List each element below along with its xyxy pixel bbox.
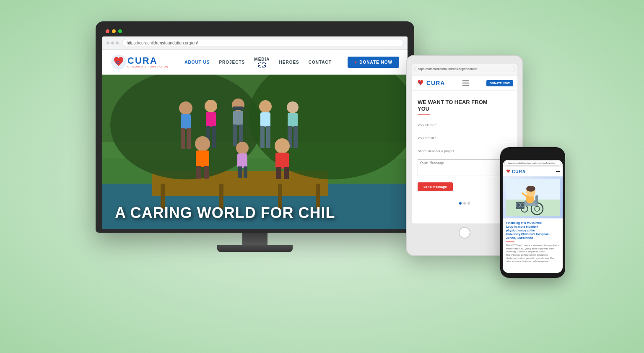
svg-point-57 bbox=[526, 186, 535, 192]
b-dot-3 bbox=[116, 42, 119, 44]
svg-point-30 bbox=[287, 101, 299, 113]
b-dot-1 bbox=[106, 42, 109, 44]
phone-hero-image bbox=[503, 176, 563, 218]
svg-rect-44 bbox=[238, 166, 242, 178]
monitor-stand bbox=[96, 233, 414, 252]
tablet-logo-area: C CURA bbox=[416, 78, 445, 88]
browser-window-controls bbox=[106, 42, 119, 44]
svg-rect-39 bbox=[275, 153, 289, 169]
logo-container: C CURA CHILDREN'S FOUNDATION bbox=[111, 54, 169, 70]
monitor-camera-bar bbox=[102, 28, 408, 34]
donate-label: DONATE NOW bbox=[359, 60, 392, 65]
svg-rect-27 bbox=[260, 112, 270, 127]
svg-rect-33 bbox=[293, 126, 298, 148]
dot-active bbox=[459, 202, 462, 205]
monitor-base bbox=[217, 245, 293, 252]
tablet-home-button[interactable] bbox=[459, 227, 470, 239]
logo-cura: CURA bbox=[127, 56, 169, 65]
article-underline bbox=[506, 241, 514, 242]
heart-icon: ♥ bbox=[354, 60, 357, 65]
minimize-dot[interactable] bbox=[112, 29, 116, 33]
monitor-frame: https://curachildrensfoundation.org/en/ … bbox=[96, 21, 414, 233]
svg-rect-43 bbox=[237, 153, 247, 168]
svg-text:C: C bbox=[419, 82, 421, 85]
tablet-menu-icon[interactable] bbox=[462, 80, 469, 86]
svg-rect-35 bbox=[196, 151, 209, 167]
maximize-dot[interactable] bbox=[118, 29, 122, 33]
menu-bar-3 bbox=[462, 85, 469, 86]
tablet-logo-icon: C bbox=[416, 78, 425, 88]
svg-rect-14 bbox=[181, 114, 191, 129]
svg-rect-29 bbox=[266, 126, 270, 148]
phone-article: Financing of a MOTOmed Loop in acute inp… bbox=[503, 218, 563, 266]
svg-rect-31 bbox=[288, 113, 298, 127]
phone-nav: C CURA bbox=[503, 167, 563, 176]
nav-media[interactable]: MEDIA bbox=[254, 57, 270, 62]
svg-rect-23 bbox=[233, 111, 243, 125]
form-title-line2: YOU bbox=[418, 106, 429, 112]
phone-logo-icon: C bbox=[505, 169, 511, 174]
menu-bar-1 bbox=[462, 80, 469, 81]
phone-article-title: Financing of a MOTOmed Loop in acute inp… bbox=[506, 221, 559, 240]
phone-logo-text: CURA bbox=[512, 169, 526, 174]
tablet-logo-text: CURA bbox=[426, 80, 445, 86]
form-title-line1: WE WANT TO HEAR FROM bbox=[418, 99, 488, 105]
svg-rect-15 bbox=[181, 128, 185, 149]
b-dot-2 bbox=[111, 42, 114, 44]
desktop-monitor: https://curachildrensfoundation.org/en/ … bbox=[96, 21, 414, 252]
svg-rect-20 bbox=[212, 126, 216, 148]
hero-tagline: A CARING WORLD FOR CHIL bbox=[115, 205, 335, 221]
svg-rect-37 bbox=[204, 166, 209, 179]
svg-rect-36 bbox=[196, 166, 201, 179]
hero-image: A CARING WORLD FOR CHIL bbox=[102, 75, 408, 229]
nav-projects[interactable]: PROJECTS bbox=[219, 60, 245, 65]
nav-heroes[interactable]: HEROES bbox=[279, 60, 299, 65]
svg-rect-16 bbox=[187, 128, 191, 149]
svg-rect-41 bbox=[284, 167, 289, 179]
browser-chrome: https://curachildrensfoundation.org/en/ bbox=[102, 36, 408, 50]
send-message-button[interactable]: Send Message bbox=[418, 182, 453, 191]
svg-rect-28 bbox=[260, 126, 265, 148]
project-field[interactable] bbox=[418, 148, 512, 155]
svg-point-26 bbox=[259, 100, 272, 113]
donate-now-button[interactable]: ♥ DONATE NOW bbox=[348, 57, 399, 68]
tablet-donate-button[interactable]: DONATE NOW bbox=[486, 80, 513, 86]
dot-inactive-1 bbox=[463, 202, 466, 205]
phone-address-bar[interactable]: https://curachildrensfoundation.org/en/f… bbox=[504, 161, 561, 166]
phone-menu-bar-3 bbox=[556, 173, 560, 174]
svg-rect-45 bbox=[244, 166, 247, 178]
phone-article-body: The MOTOmed Loop is a movement therapy d… bbox=[506, 244, 559, 263]
svg-point-38 bbox=[275, 138, 290, 153]
nav-links: ABOUT US PROJECTS MEDIA HEROES CONTACT bbox=[184, 57, 332, 67]
phone-menu-icon[interactable] bbox=[556, 170, 560, 174]
email-field[interactable] bbox=[418, 135, 512, 142]
nav-contact[interactable]: CONTACT bbox=[309, 60, 332, 65]
svg-text:C: C bbox=[116, 60, 119, 65]
nav-about-us[interactable]: ABOUT US bbox=[184, 60, 210, 65]
phone-logo-area: C CURA bbox=[505, 169, 526, 174]
svg-rect-22 bbox=[233, 106, 244, 110]
address-bar[interactable]: https://curachildrensfoundation.org/en/ bbox=[122, 39, 403, 47]
phone-frame: https://curachildrensfoundation.org/en/f… bbox=[500, 147, 565, 278]
svg-rect-40 bbox=[276, 167, 281, 179]
logo-text: CURA CHILDREN'S FOUNDATION bbox=[127, 56, 169, 68]
monitor-neck bbox=[242, 233, 267, 245]
svg-rect-54 bbox=[535, 195, 538, 204]
svg-point-13 bbox=[179, 101, 192, 115]
phone-menu-bar-1 bbox=[556, 170, 560, 171]
svg-rect-24 bbox=[233, 125, 237, 146]
monitor-screen: https://curachildrensfoundation.org/en/ … bbox=[102, 36, 408, 229]
logo-icon: C bbox=[111, 54, 127, 70]
uk-flag-icon bbox=[258, 62, 266, 67]
name-field[interactable] bbox=[418, 122, 512, 129]
phone-content-svg bbox=[506, 179, 560, 216]
tablet-nav: C CURA DONATE NOW bbox=[412, 76, 517, 91]
close-dot[interactable] bbox=[106, 29, 109, 33]
phone-menu-bar-2 bbox=[556, 171, 560, 172]
form-underline bbox=[418, 114, 430, 115]
message-field[interactable] bbox=[418, 159, 512, 176]
tablet-address-bar[interactable]: https://curachildrensfoundation.org/en/c… bbox=[414, 66, 515, 72]
dot-inactive-2 bbox=[467, 202, 470, 205]
svg-text:C: C bbox=[507, 171, 508, 173]
phone-notch bbox=[522, 151, 543, 158]
